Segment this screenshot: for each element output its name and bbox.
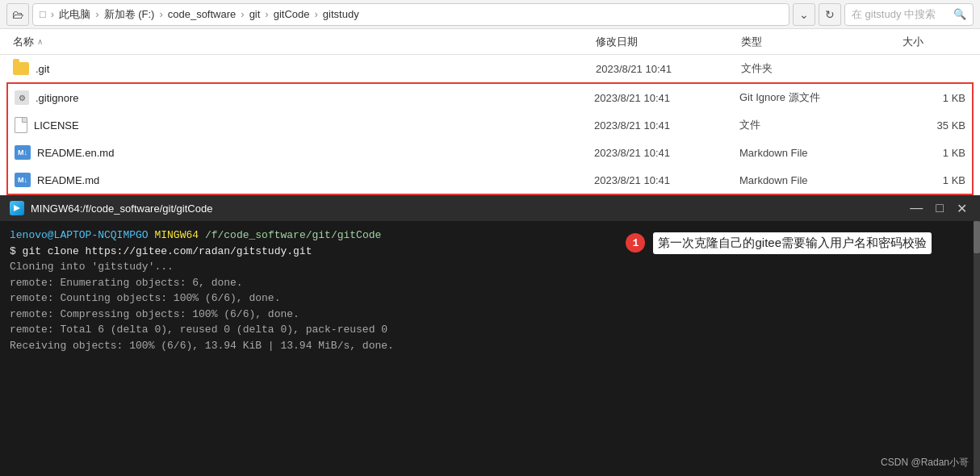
- path-git: git: [249, 8, 261, 20]
- file-date-license: 2023/8/21 10:41: [594, 119, 739, 132]
- file-name-git: .git: [13, 62, 596, 75]
- terminal-body[interactable]: lenovo@LAPTOP-NCQIMPGO MINGW64 /f/code_s…: [0, 221, 980, 476]
- col-size[interactable]: 大小: [903, 35, 967, 49]
- path-gitstudy: gitstudy: [323, 8, 359, 20]
- terminal-controls: — □ ✕: [907, 201, 970, 216]
- gitignore-icon: ⚙: [15, 90, 29, 105]
- terminal-scrollbar[interactable]: [974, 221, 980, 476]
- terminal-app-icon: [10, 201, 24, 215]
- path-gitcode: gitCode: [274, 8, 310, 20]
- terminal-line-8: Receiving objects: 100% (6/6), 13.94 KiB…: [10, 338, 970, 354]
- path-computer-label: 此电脑: [59, 7, 90, 22]
- terminal-title-left: MINGW64:/f/code_software/git/gitCode: [10, 201, 212, 215]
- table-row[interactable]: M↓ README.en.md 2023/8/21 10:41 Markdown…: [8, 139, 972, 166]
- svg-marker-0: [14, 205, 20, 211]
- maximize-button[interactable]: □: [932, 201, 947, 216]
- nav-folder-icon[interactable]: 🗁: [6, 3, 29, 26]
- md-icon-readme-en: M↓: [15, 145, 31, 160]
- file-type-license: 文件: [739, 118, 901, 132]
- file-name-license: LICENSE: [15, 117, 594, 133]
- sort-arrow-name: ∧: [37, 37, 43, 46]
- table-row[interactable]: .git 2023/8/21 10:41 文件夹: [0, 55, 980, 82]
- col-name[interactable]: 名称 ∧: [13, 35, 596, 49]
- file-size-gitignore: 1 KB: [901, 92, 965, 104]
- file-date-git: 2023/8/21 10:41: [596, 63, 741, 75]
- file-size-readme-en: 1 KB: [901, 147, 965, 159]
- terminal-line-5: remote: Counting objects: 100% (6/6), do…: [10, 290, 970, 307]
- table-row[interactable]: M↓ README.md 2023/8/21 10:41 Markdown Fi…: [8, 166, 972, 194]
- annotation-number: 1: [626, 233, 645, 253]
- file-icon-license: [15, 117, 27, 133]
- annotation-text: 第一次克隆自己的gitee需要输入用户名和密码校验: [653, 232, 932, 254]
- file-name-gitignore: ⚙ .gitignore: [15, 90, 594, 105]
- close-button[interactable]: ✕: [953, 201, 970, 216]
- file-explorer: 🗁 □ › 此电脑 › 新加卷 (F:) › code_software › g…: [0, 0, 980, 195]
- file-date-gitignore: 2023/8/21 10:41: [594, 92, 739, 104]
- file-size-readme: 1 KB: [901, 174, 965, 186]
- path-computer: □: [40, 8, 46, 20]
- folder-icon: [13, 62, 29, 75]
- dropdown-arrow[interactable]: ⌄: [793, 3, 815, 26]
- address-bar: 🗁 □ › 此电脑 › 新加卷 (F:) › code_software › g…: [0, 0, 980, 29]
- file-type-readme: Markdown File: [739, 174, 901, 186]
- column-headers: 名称 ∧ 修改日期 类型 大小: [0, 29, 980, 55]
- terminal-scrollbar-thumb[interactable]: [974, 221, 980, 253]
- path-code-software: code_software: [168, 8, 237, 20]
- col-modified[interactable]: 修改日期: [596, 35, 741, 49]
- search-placeholder: 在 gitstudy 中搜索: [852, 7, 936, 22]
- terminal-titlebar: MINGW64:/f/code_software/git/gitCode — □…: [0, 195, 980, 221]
- file-name-readme-en: M↓ README.en.md: [15, 145, 594, 160]
- file-type-gitignore: Git Ignore 源文件: [739, 90, 901, 105]
- search-box[interactable]: 在 gitstudy 中搜索 🔍: [844, 3, 974, 26]
- path-drive: 新加卷 (F:): [104, 7, 155, 22]
- selected-files-group: ⚙ .gitignore 2023/8/21 10:41 Git Ignore …: [6, 82, 974, 195]
- terminal-line-6: remote: Compressing objects: 100% (6/6),…: [10, 307, 970, 323]
- terminal-window: MINGW64:/f/code_software/git/gitCode — □…: [0, 195, 980, 476]
- watermark-text: CSDN @Radan小哥: [881, 455, 969, 470]
- minimize-button[interactable]: —: [907, 201, 926, 216]
- file-type-git: 文件夹: [741, 61, 903, 76]
- table-row[interactable]: ⚙ .gitignore 2023/8/21 10:41 Git Ignore …: [8, 84, 972, 111]
- file-date-readme-en: 2023/8/21 10:41: [594, 147, 739, 159]
- file-date-readme: 2023/8/21 10:41: [594, 174, 739, 186]
- col-type[interactable]: 类型: [741, 35, 903, 49]
- address-path[interactable]: □ › 此电脑 › 新加卷 (F:) › code_software › git…: [32, 3, 789, 26]
- file-list: .git 2023/8/21 10:41 文件夹 ⚙ .gitignore 20…: [0, 55, 980, 195]
- terminal-line-7: remote: Total 6 (delta 0), reused 0 (del…: [10, 322, 970, 338]
- terminal-line-4: remote: Enumerating objects: 6, done.: [10, 275, 970, 291]
- terminal-title-text: MINGW64:/f/code_software/git/gitCode: [31, 203, 212, 215]
- file-name-readme: M↓ README.md: [15, 173, 594, 187]
- table-row[interactable]: LICENSE 2023/8/21 10:41 文件 35 KB: [8, 111, 972, 139]
- annotation-bubble: 1 第一次克隆自己的gitee需要输入用户名和密码校验: [626, 232, 932, 254]
- file-type-readme-en: Markdown File: [739, 147, 901, 159]
- search-icon: 🔍: [953, 8, 966, 20]
- terminal-line-3: Cloning into 'gitstudy'...: [10, 259, 970, 275]
- md-icon-readme: M↓: [15, 173, 31, 187]
- refresh-button[interactable]: ↻: [819, 3, 841, 26]
- file-size-license: 35 KB: [901, 119, 965, 132]
